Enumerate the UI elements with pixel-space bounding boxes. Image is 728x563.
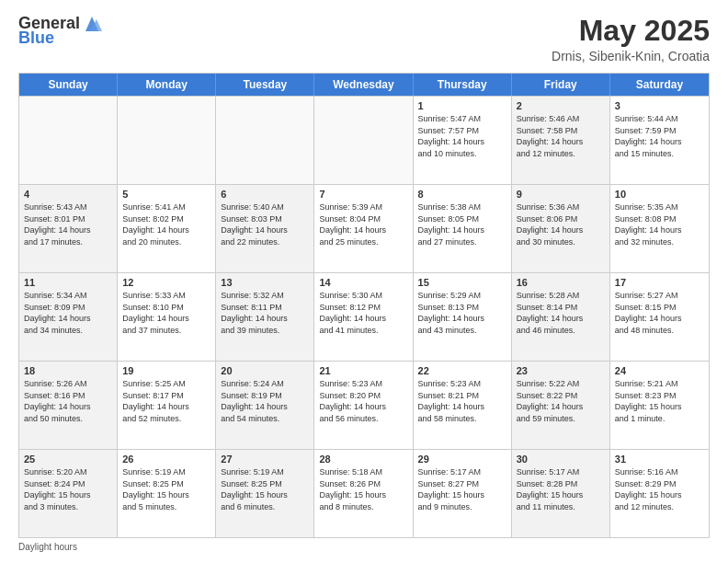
day-number: 5 [122, 189, 210, 200]
cal-cell-day-18: 18Sunrise: 5:26 AM Sunset: 8:16 PM Dayli… [19, 362, 118, 449]
day-number: 22 [418, 365, 506, 376]
day-number: 3 [615, 100, 704, 111]
cell-text: Sunrise: 5:17 AM Sunset: 8:27 PM Dayligh… [418, 466, 506, 512]
cal-cell-day-29: 29Sunrise: 5:17 AM Sunset: 8:27 PM Dayli… [414, 450, 512, 537]
cal-cell-day-28: 28Sunrise: 5:18 AM Sunset: 8:26 PM Dayli… [314, 450, 413, 537]
day-number: 20 [221, 365, 309, 376]
cal-cell-day-17: 17Sunrise: 5:27 AM Sunset: 8:15 PM Dayli… [610, 273, 709, 361]
day-number: 2 [517, 100, 605, 111]
day-number: 7 [319, 189, 407, 200]
cal-cell-day-4: 4Sunrise: 5:43 AM Sunset: 8:01 PM Daylig… [19, 185, 118, 272]
cell-text: Sunrise: 5:26 AM Sunset: 8:16 PM Dayligh… [24, 378, 112, 424]
page: General Blue May 2025 Drnis, Sibenik-Kni… [0, 0, 728, 563]
cell-text: Sunrise: 5:20 AM Sunset: 8:24 PM Dayligh… [24, 466, 112, 512]
cal-cell-day-25: 25Sunrise: 5:20 AM Sunset: 8:24 PM Dayli… [19, 450, 118, 537]
cal-cell-day-10: 10Sunrise: 5:35 AM Sunset: 8:08 PM Dayli… [610, 185, 709, 272]
cal-cell-day-21: 21Sunrise: 5:23 AM Sunset: 8:20 PM Dayli… [314, 362, 413, 449]
cal-cell-empty [216, 97, 314, 184]
logo: General Blue [18, 15, 102, 48]
day-number: 30 [517, 454, 605, 465]
title-block: May 2025 Drnis, Sibenik-Knin, Croatia [552, 15, 710, 63]
cell-text: Sunrise: 5:33 AM Sunset: 8:10 PM Dayligh… [122, 290, 210, 336]
cal-header-tuesday: Tuesday [216, 74, 314, 96]
cal-cell-day-13: 13Sunrise: 5:32 AM Sunset: 8:11 PM Dayli… [216, 273, 314, 361]
cal-cell-empty [314, 97, 413, 184]
calendar: SundayMondayTuesdayWednesdayThursdayFrid… [18, 73, 710, 538]
cal-cell-day-1: 1Sunrise: 5:47 AM Sunset: 7:57 PM Daylig… [414, 97, 512, 184]
cell-text: Sunrise: 5:19 AM Sunset: 8:25 PM Dayligh… [221, 466, 309, 512]
day-number: 17 [615, 277, 704, 288]
cell-text: Sunrise: 5:19 AM Sunset: 8:25 PM Dayligh… [122, 466, 210, 512]
day-number: 12 [122, 277, 210, 288]
cell-text: Sunrise: 5:16 AM Sunset: 8:29 PM Dayligh… [615, 466, 704, 512]
day-number: 4 [24, 189, 112, 200]
footer-note: Daylight hours [18, 542, 710, 552]
cal-cell-day-6: 6Sunrise: 5:40 AM Sunset: 8:03 PM Daylig… [216, 185, 314, 272]
logo-text: General Blue [18, 15, 102, 48]
day-number: 15 [418, 277, 506, 288]
cal-cell-day-3: 3Sunrise: 5:44 AM Sunset: 7:59 PM Daylig… [610, 97, 709, 184]
cell-text: Sunrise: 5:43 AM Sunset: 8:01 PM Dayligh… [24, 201, 112, 247]
cal-cell-day-19: 19Sunrise: 5:25 AM Sunset: 8:17 PM Dayli… [118, 362, 216, 449]
day-number: 25 [24, 454, 112, 465]
calendar-body: 1Sunrise: 5:47 AM Sunset: 7:57 PM Daylig… [19, 96, 709, 537]
month-title: May 2025 [552, 15, 710, 47]
cell-text: Sunrise: 5:21 AM Sunset: 8:23 PM Dayligh… [615, 378, 704, 424]
cal-header-thursday: Thursday [414, 74, 512, 96]
cal-cell-empty [19, 97, 118, 184]
cell-text: Sunrise: 5:29 AM Sunset: 8:13 PM Dayligh… [418, 290, 506, 336]
cell-text: Sunrise: 5:40 AM Sunset: 8:03 PM Dayligh… [221, 201, 309, 247]
cell-text: Sunrise: 5:47 AM Sunset: 7:57 PM Dayligh… [418, 113, 506, 159]
logo-blue: Blue [18, 29, 102, 48]
cell-text: Sunrise: 5:35 AM Sunset: 8:08 PM Dayligh… [615, 201, 704, 247]
location: Drnis, Sibenik-Knin, Croatia [552, 49, 710, 63]
cal-cell-day-12: 12Sunrise: 5:33 AM Sunset: 8:10 PM Dayli… [118, 273, 216, 361]
cal-cell-day-27: 27Sunrise: 5:19 AM Sunset: 8:25 PM Dayli… [216, 450, 314, 537]
cell-text: Sunrise: 5:25 AM Sunset: 8:17 PM Dayligh… [122, 378, 210, 424]
day-number: 26 [122, 454, 210, 465]
cell-text: Sunrise: 5:36 AM Sunset: 8:06 PM Dayligh… [517, 201, 605, 247]
day-number: 1 [418, 100, 506, 111]
cal-cell-day-9: 9Sunrise: 5:36 AM Sunset: 8:06 PM Daylig… [512, 185, 610, 272]
day-number: 27 [221, 454, 309, 465]
cal-cell-day-23: 23Sunrise: 5:22 AM Sunset: 8:22 PM Dayli… [512, 362, 610, 449]
day-number: 21 [319, 365, 407, 376]
cal-row-5: 25Sunrise: 5:20 AM Sunset: 8:24 PM Dayli… [19, 449, 709, 537]
cell-text: Sunrise: 5:18 AM Sunset: 8:26 PM Dayligh… [319, 466, 407, 512]
cell-text: Sunrise: 5:34 AM Sunset: 8:09 PM Dayligh… [24, 290, 112, 336]
header: General Blue May 2025 Drnis, Sibenik-Kni… [18, 15, 710, 63]
day-number: 18 [24, 365, 112, 376]
cell-text: Sunrise: 5:23 AM Sunset: 8:20 PM Dayligh… [319, 378, 407, 424]
cal-header-wednesday: Wednesday [314, 74, 413, 96]
cal-header-sunday: Sunday [19, 74, 118, 96]
cell-text: Sunrise: 5:22 AM Sunset: 8:22 PM Dayligh… [517, 378, 605, 424]
day-number: 6 [221, 189, 309, 200]
cell-text: Sunrise: 5:46 AM Sunset: 7:58 PM Dayligh… [517, 113, 605, 159]
cell-text: Sunrise: 5:17 AM Sunset: 8:28 PM Dayligh… [517, 466, 605, 512]
cal-cell-day-2: 2Sunrise: 5:46 AM Sunset: 7:58 PM Daylig… [512, 97, 610, 184]
day-number: 16 [517, 277, 605, 288]
day-number: 13 [221, 277, 309, 288]
cal-row-1: 1Sunrise: 5:47 AM Sunset: 7:57 PM Daylig… [19, 96, 709, 184]
cal-header-monday: Monday [118, 74, 216, 96]
cell-text: Sunrise: 5:32 AM Sunset: 8:11 PM Dayligh… [221, 290, 309, 336]
cal-cell-day-11: 11Sunrise: 5:34 AM Sunset: 8:09 PM Dayli… [19, 273, 118, 361]
cell-text: Sunrise: 5:27 AM Sunset: 8:15 PM Dayligh… [615, 290, 704, 336]
day-number: 8 [418, 189, 506, 200]
day-number: 9 [517, 189, 605, 200]
cal-cell-day-14: 14Sunrise: 5:30 AM Sunset: 8:12 PM Dayli… [314, 273, 413, 361]
cal-cell-day-7: 7Sunrise: 5:39 AM Sunset: 8:04 PM Daylig… [314, 185, 413, 272]
cal-cell-day-30: 30Sunrise: 5:17 AM Sunset: 8:28 PM Dayli… [512, 450, 610, 537]
day-number: 29 [418, 454, 506, 465]
cal-cell-day-24: 24Sunrise: 5:21 AM Sunset: 8:23 PM Dayli… [610, 362, 709, 449]
cell-text: Sunrise: 5:23 AM Sunset: 8:21 PM Dayligh… [418, 378, 506, 424]
cell-text: Sunrise: 5:41 AM Sunset: 8:02 PM Dayligh… [122, 201, 210, 247]
cal-row-2: 4Sunrise: 5:43 AM Sunset: 8:01 PM Daylig… [19, 184, 709, 272]
cal-cell-day-8: 8Sunrise: 5:38 AM Sunset: 8:05 PM Daylig… [414, 185, 512, 272]
day-number: 23 [517, 365, 605, 376]
cal-cell-day-20: 20Sunrise: 5:24 AM Sunset: 8:19 PM Dayli… [216, 362, 314, 449]
cal-cell-day-26: 26Sunrise: 5:19 AM Sunset: 8:25 PM Dayli… [118, 450, 216, 537]
calendar-header-row: SundayMondayTuesdayWednesdayThursdayFrid… [19, 74, 709, 96]
cal-cell-day-5: 5Sunrise: 5:41 AM Sunset: 8:02 PM Daylig… [118, 185, 216, 272]
cal-cell-empty [118, 97, 216, 184]
